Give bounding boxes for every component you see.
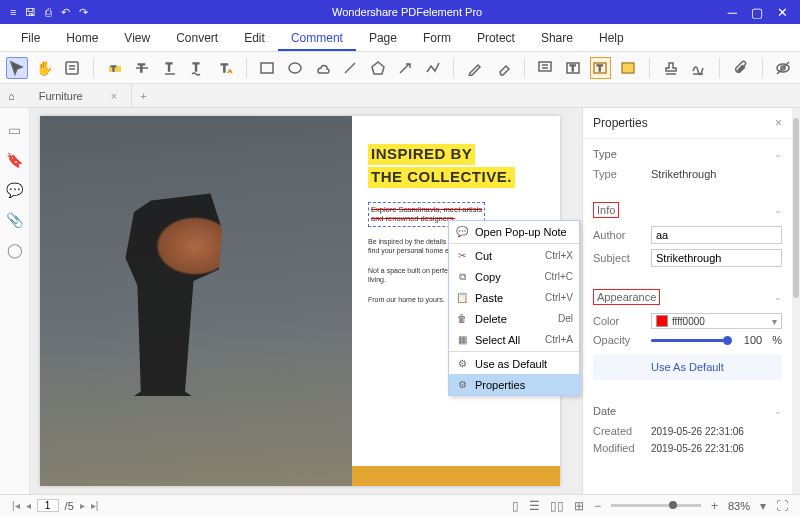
page-footer-strip — [352, 466, 560, 486]
close-button[interactable]: ✕ — [777, 5, 788, 20]
svg-text:T: T — [193, 62, 199, 73]
menubar: File Home View Convert Edit Comment Page… — [0, 24, 800, 52]
rectangle-tool[interactable] — [257, 57, 279, 79]
single-page-view-icon[interactable]: ▯ — [512, 499, 519, 513]
menu-comment[interactable]: Comment — [278, 31, 356, 51]
prev-page-button[interactable]: ◂ — [26, 500, 31, 511]
squiggly-tool[interactable]: T — [186, 57, 208, 79]
next-page-button[interactable]: ▸ — [80, 500, 85, 511]
page-total: /5 — [65, 500, 74, 512]
two-page-view-icon[interactable]: ▯▯ — [550, 499, 564, 513]
zoom-out-button[interactable]: − — [594, 499, 601, 513]
last-page-button[interactable]: ▸| — [91, 500, 99, 511]
tab-close-icon[interactable]: × — [111, 90, 117, 102]
comments-icon[interactable]: 💬 — [6, 182, 23, 198]
menu-page[interactable]: Page — [356, 31, 410, 45]
line-tool[interactable] — [339, 57, 361, 79]
menu-convert[interactable]: Convert — [163, 31, 231, 45]
ctx-properties[interactable]: ⚙Properties — [449, 374, 579, 395]
signature-tool[interactable] — [687, 57, 709, 79]
menu-view[interactable]: View — [111, 31, 163, 45]
cloud-tool[interactable] — [312, 57, 334, 79]
maximize-button[interactable]: ▢ — [751, 5, 763, 20]
author-input[interactable] — [651, 226, 782, 244]
color-swatch — [656, 315, 668, 327]
underline-tool[interactable]: T — [159, 57, 181, 79]
type-section-header[interactable]: Type⌄ — [593, 145, 782, 163]
ctx-cut[interactable]: ✂CutCtrl+X — [449, 245, 579, 266]
attachment-tool[interactable] — [730, 57, 752, 79]
pencil-tool[interactable] — [464, 57, 486, 79]
textbox-tool[interactable]: T — [562, 57, 584, 79]
fullscreen-icon[interactable]: ⛶ — [776, 499, 788, 513]
page-number-input[interactable] — [37, 499, 59, 512]
menu-file[interactable]: File — [8, 31, 53, 45]
headline-2: THE COLLECTIVE. — [368, 167, 515, 188]
polyline-tool[interactable] — [422, 57, 444, 79]
new-tab-button[interactable]: + — [140, 90, 146, 102]
hide-annotations-tool[interactable] — [772, 57, 794, 79]
oval-tool[interactable] — [284, 57, 306, 79]
hand-tool[interactable]: ✋ — [34, 57, 56, 79]
menu-form[interactable]: Form — [410, 31, 464, 45]
zoom-dropdown-icon[interactable]: ▾ — [760, 499, 766, 513]
document-tab[interactable]: Furniture × — [25, 84, 132, 107]
type-value: Strikethrough — [651, 168, 782, 180]
opacity-slider[interactable] — [651, 339, 728, 342]
app-menu-icon[interactable]: ≡ — [10, 6, 16, 19]
app-title: Wondershare PDFelement Pro — [98, 6, 715, 18]
properties-scrollbar[interactable] — [792, 108, 800, 494]
ctx-open-popup[interactable]: 💬Open Pop-up Note — [449, 221, 579, 242]
two-page-continuous-icon[interactable]: ⊞ — [574, 499, 584, 513]
zoom-value: 83% — [728, 500, 750, 512]
appearance-section-header[interactable]: Appearance⌄ — [593, 286, 782, 308]
strikethrough-tool[interactable]: T — [131, 57, 153, 79]
menu-home[interactable]: Home — [53, 31, 111, 45]
properties-close-icon[interactable]: × — [775, 116, 782, 130]
search-icon[interactable]: ◯ — [7, 242, 23, 258]
menu-protect[interactable]: Protect — [464, 31, 528, 45]
thumbnails-icon[interactable]: ▭ — [8, 122, 21, 138]
typewriter-tool[interactable]: T — [590, 57, 612, 79]
select-tool[interactable] — [6, 57, 28, 79]
arrow-tool[interactable] — [394, 57, 416, 79]
date-section-header[interactable]: Date⌄ — [593, 402, 782, 420]
first-page-button[interactable]: |◂ — [12, 500, 20, 511]
svg-line-12 — [400, 64, 409, 73]
svg-rect-0 — [66, 62, 78, 74]
caret-tool[interactable]: T — [214, 57, 236, 79]
zoom-in-button[interactable]: + — [711, 499, 718, 513]
zoom-slider[interactable] — [611, 504, 701, 507]
ctx-copy[interactable]: ⧉CopyCtrl+C — [449, 266, 579, 287]
use-as-default-button[interactable]: Use As Default — [593, 354, 782, 380]
menu-help[interactable]: Help — [586, 31, 637, 45]
page-image — [40, 116, 352, 486]
bookmarks-icon[interactable]: 🔖 — [6, 152, 23, 168]
stamp-tool[interactable] — [660, 57, 682, 79]
menu-edit[interactable]: Edit — [231, 31, 278, 45]
polygon-tool[interactable] — [367, 57, 389, 79]
minimize-button[interactable]: ─ — [728, 5, 737, 20]
redo-icon[interactable]: ↷ — [79, 6, 88, 19]
attachments-icon[interactable]: 📎 — [6, 212, 23, 228]
svg-text:T: T — [221, 62, 228, 74]
text-callout-tool[interactable] — [535, 57, 557, 79]
home-icon[interactable]: ⌂ — [8, 90, 15, 102]
ctx-use-default[interactable]: ⚙Use as Default — [449, 353, 579, 374]
ctx-select-all[interactable]: ▦Select AllCtrl+A — [449, 329, 579, 350]
print-icon[interactable]: ⎙ — [45, 6, 52, 19]
color-picker[interactable]: ffff0000 ▾ — [651, 313, 782, 329]
highlight-tool[interactable]: T — [104, 57, 126, 79]
menu-share[interactable]: Share — [528, 31, 586, 45]
note-tool[interactable] — [61, 57, 83, 79]
info-section-header[interactable]: Info⌄ — [593, 199, 782, 221]
ctx-paste[interactable]: 📋PasteCtrl+V — [449, 287, 579, 308]
area-highlight-tool[interactable] — [617, 57, 639, 79]
continuous-view-icon[interactable]: ☰ — [529, 499, 540, 513]
ctx-delete[interactable]: 🗑DeleteDel — [449, 308, 579, 329]
svg-text:T: T — [111, 64, 116, 73]
save-icon[interactable]: 🖫 — [25, 6, 36, 19]
subject-input[interactable] — [651, 249, 782, 267]
eraser-tool[interactable] — [492, 57, 514, 79]
undo-icon[interactable]: ↶ — [61, 6, 70, 19]
